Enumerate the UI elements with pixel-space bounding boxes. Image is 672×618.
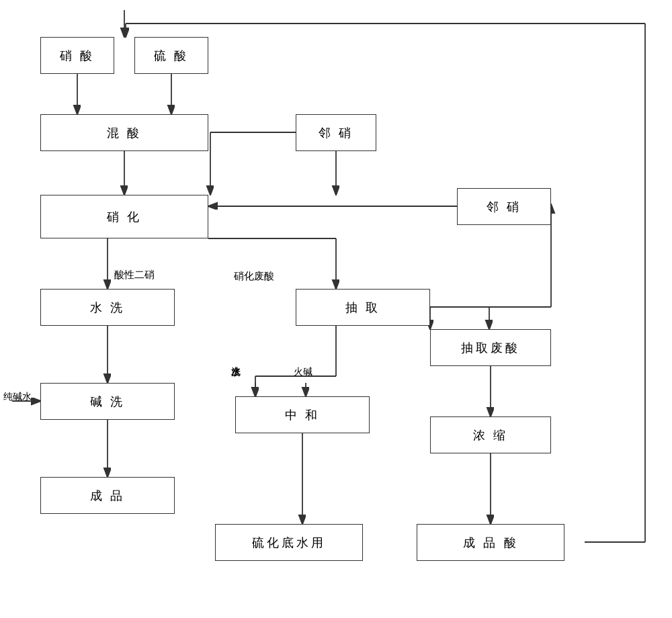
sulfide-bottom-water-box: 硫化底水用 (215, 524, 363, 561)
finished-product-box: 成 品 (40, 477, 175, 514)
ortho-nitro-right-box: 邻 硝 (457, 188, 551, 225)
nitric-acid-label: 硝 酸 (60, 48, 95, 64)
mixed-acid-box: 混 酸 (40, 114, 208, 151)
washing-label: 水 洗 (90, 300, 126, 316)
concentration-label: 浓 缩 (473, 427, 509, 443)
alkali-washing-label: 碱 洗 (90, 394, 126, 410)
sulfuric-acid-box: 硫 酸 (134, 37, 208, 74)
mixed-acid-label: 混 酸 (107, 125, 142, 141)
washing-box: 水 洗 (40, 289, 175, 326)
concentration-box: 浓 缩 (430, 416, 551, 453)
finished-product-label: 成 品 (90, 488, 126, 504)
nitric-acid-box: 硝 酸 (40, 37, 114, 74)
acid-dinitro-label: 酸性二硝 (114, 269, 155, 281)
soda-water-label: 纯碱水 (3, 391, 32, 403)
nitration-label: 硝 化 (107, 209, 142, 225)
nitration-box: 硝 化 (40, 195, 208, 238)
extraction-box: 抽 取 (296, 289, 430, 326)
finished-acid-box: 成 品 酸 (417, 524, 564, 561)
neutralization-label: 中 和 (285, 407, 321, 423)
extraction-waste-acid-label: 抽取废酸 (461, 340, 520, 356)
flow-diagram: 硝 酸 硫 酸 混 酸 邻 硝 硝 化 邻 硝 水 洗 抽 取 碱 洗 中 和 … (0, 0, 672, 618)
finished-acid-label: 成 品 酸 (463, 535, 519, 551)
alkali-washing-box: 碱 洗 (40, 383, 175, 420)
neutralization-box: 中 和 (235, 396, 370, 433)
sulfuric-acid-label: 硫 酸 (154, 48, 190, 64)
nitration-waste-acid-label: 硝化废酸 (234, 270, 274, 283)
extraction-waste-acid-box: 抽取废酸 (430, 329, 551, 366)
ortho-nitro-top-label: 邻 硝 (319, 125, 354, 141)
ortho-nitro-top-box: 邻 硝 (296, 114, 376, 151)
caustic-soda-label: 火碱 (294, 366, 312, 378)
sulfide-bottom-water-label: 硫化底水用 (252, 535, 326, 551)
ortho-nitro-right-label: 邻 硝 (487, 199, 522, 215)
extraction-label: 抽 取 (345, 300, 381, 316)
